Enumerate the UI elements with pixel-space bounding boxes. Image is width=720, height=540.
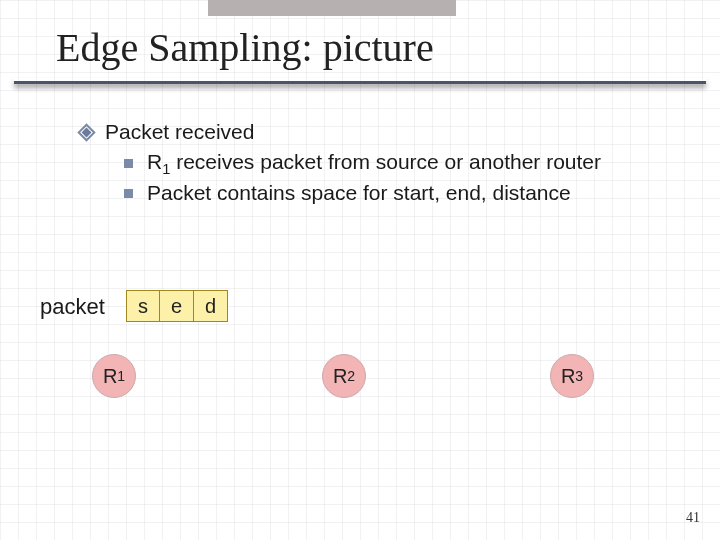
title-underline (14, 78, 706, 84)
top-accent-bar (208, 0, 456, 16)
bullet-level2-2: Packet contains space for start, end, di… (124, 181, 690, 205)
slide-title: Edge Sampling: picture (56, 24, 434, 71)
router-r3: R3 (550, 354, 594, 398)
router-label: R (333, 365, 347, 388)
sub1-rest: receives packet from source or another r… (170, 150, 601, 173)
bullet-sub1-text: R1 receives packet from source or anothe… (147, 150, 601, 177)
square-bullet-icon (124, 159, 133, 168)
packet-fields-box: s e d (126, 290, 228, 322)
router-r2: R2 (322, 354, 366, 398)
router-subscript: 1 (117, 368, 125, 384)
bullet-main-text: Packet received (105, 120, 254, 144)
router-label: R (103, 365, 117, 388)
square-bullet-icon (124, 189, 133, 198)
bullet-block: Packet received R1 receives packet from … (80, 120, 690, 209)
bullet-sub2-text: Packet contains space for start, end, di… (147, 181, 571, 205)
router-subscript: 3 (575, 368, 583, 384)
packet-cell-distance: d (194, 290, 228, 322)
packet-cell-start: s (126, 290, 160, 322)
bullet-level1: Packet received (80, 120, 690, 144)
r-prefix: R (147, 150, 162, 173)
router-subscript: 2 (347, 368, 355, 384)
router-label: R (561, 365, 575, 388)
bullet-level2-1: R1 receives packet from source or anothe… (124, 150, 690, 177)
router-r1: R1 (92, 354, 136, 398)
packet-label: packet (40, 294, 105, 320)
diamond-bullet-icon (80, 126, 93, 139)
packet-cell-end: e (160, 290, 194, 322)
slide-number: 41 (686, 510, 700, 526)
